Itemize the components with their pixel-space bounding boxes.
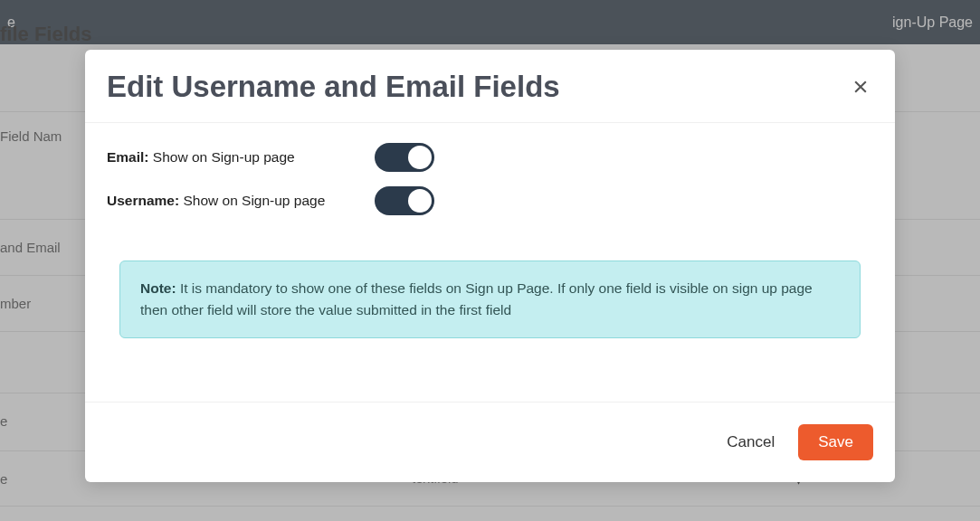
username-toggle-row: Username: Show on Sign-up page <box>107 186 873 215</box>
username-label-bold: Username: <box>107 193 179 208</box>
modal-overlay: Edit Username and Email Fields Email: Sh… <box>0 0 980 521</box>
email-toggle-row: Email: Show on Sign-up page <box>107 143 873 172</box>
modal-header: Edit Username and Email Fields <box>85 50 895 123</box>
modal-title: Edit Username and Email Fields <box>107 70 560 104</box>
close-button[interactable] <box>848 74 873 99</box>
toggle-knob <box>408 146 432 169</box>
username-toggle-label: Username: Show on Sign-up page <box>107 193 375 209</box>
modal-footer: Cancel Save <box>85 402 895 482</box>
note-bold: Note: <box>140 280 176 296</box>
cancel-button[interactable]: Cancel <box>727 433 775 451</box>
modal-body: Email: Show on Sign-up page Username: Sh… <box>85 123 895 360</box>
note-box: Note: It is mandatory to show one of the… <box>119 260 861 338</box>
email-label-bold: Email: <box>107 149 149 165</box>
username-toggle[interactable] <box>375 186 434 215</box>
note-text: It is mandatory to show one of these fie… <box>140 280 813 317</box>
save-button[interactable]: Save <box>798 424 873 460</box>
edit-fields-modal: Edit Username and Email Fields Email: Sh… <box>85 50 895 482</box>
email-label-text: Show on Sign-up page <box>149 149 295 165</box>
email-toggle-label: Email: Show on Sign-up page <box>107 149 375 166</box>
close-icon <box>852 78 870 96</box>
toggle-knob <box>408 189 432 213</box>
username-label-text: Show on Sign-up page <box>179 193 325 208</box>
email-toggle[interactable] <box>375 143 434 172</box>
